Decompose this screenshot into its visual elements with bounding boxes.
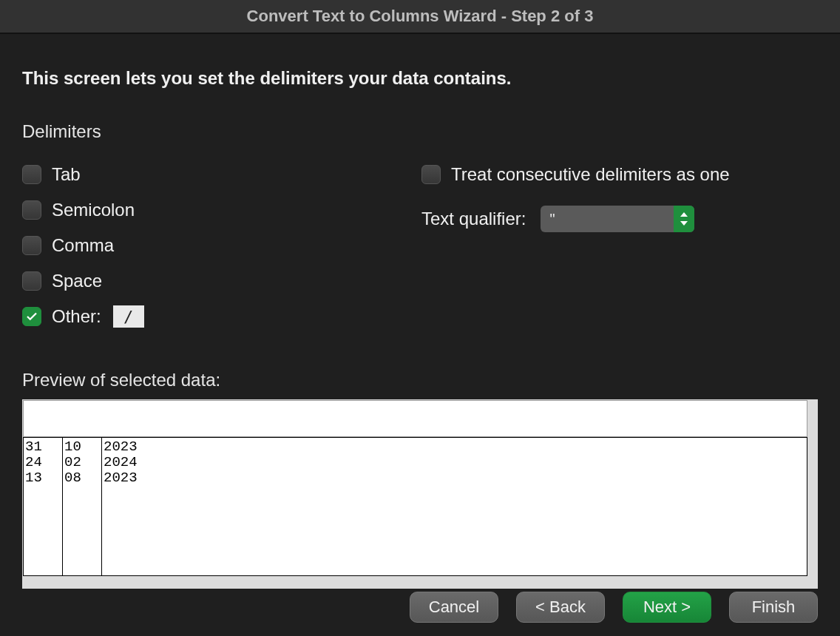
cancel-button[interactable]: Cancel — [410, 592, 498, 623]
space-checkbox[interactable] — [22, 271, 41, 291]
preview-cell: 2023 — [104, 439, 805, 455]
preview-cell: 31 — [25, 439, 61, 455]
preview-cell: 10 — [64, 439, 100, 455]
preview-header-strip — [23, 400, 807, 437]
preview-heading: Preview of selected data: — [22, 370, 818, 390]
tab-checkbox[interactable] — [22, 165, 41, 184]
preview-cell: 02 — [64, 455, 100, 470]
semicolon-label: Semicolon — [52, 200, 135, 220]
select-stepper-icon — [674, 206, 694, 232]
next-button[interactable]: Next > — [623, 592, 711, 623]
text-qualifier-value: " — [549, 211, 555, 228]
comma-label: Comma — [52, 235, 114, 256]
comma-checkbox[interactable] — [22, 236, 41, 255]
treat-consecutive-label: Treat consecutive delimiters as one — [451, 164, 730, 185]
finish-button[interactable]: Finish — [729, 592, 818, 623]
treat-consecutive-checkbox[interactable] — [421, 165, 441, 184]
preview-cell: 08 — [64, 470, 100, 486]
other-delimiter-input[interactable] — [113, 305, 144, 328]
preview-cell: 13 — [25, 470, 61, 486]
instruction-text: This screen lets you set the delimiters … — [22, 68, 818, 89]
preview-cell: 2023 — [104, 470, 805, 486]
other-label: Other: — [52, 306, 101, 327]
tab-label: Tab — [52, 164, 81, 185]
window-title: Convert Text to Columns Wizard - Step 2 … — [0, 0, 840, 34]
text-qualifier-select[interactable]: " — [541, 206, 694, 232]
preview-cell: 2024 — [104, 455, 805, 470]
text-qualifier-label: Text qualifier: — [421, 209, 526, 229]
delimiters-heading: Delimiters — [22, 121, 818, 142]
preview-grid: 31 24 13 10 02 08 2023 2024 2023 — [23, 437, 807, 576]
preview-cell: 24 — [25, 455, 61, 470]
other-checkbox[interactable] — [22, 307, 41, 326]
back-button[interactable]: < Back — [516, 592, 605, 623]
semicolon-checkbox[interactable] — [22, 200, 41, 220]
preview-pane: 31 24 13 10 02 08 2023 2024 2023 — [22, 399, 818, 589]
space-label: Space — [52, 271, 102, 291]
